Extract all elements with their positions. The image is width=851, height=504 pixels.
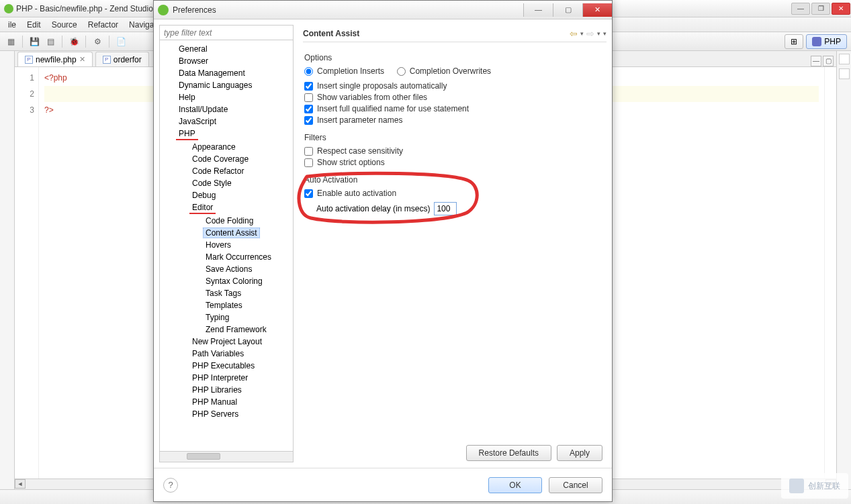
tree-debug[interactable]: Debug (189, 190, 218, 201)
tree-syntax-coloring[interactable]: Syntax Coloring (203, 276, 265, 287)
back-dropdown-icon[interactable]: ▾ (580, 30, 584, 37)
minimize-view-icon[interactable]: — (811, 56, 821, 66)
tree-typing[interactable]: Typing (203, 312, 232, 323)
ide-minimize-button[interactable]: — (791, 3, 810, 15)
php-perspective-button[interactable]: PHP (806, 34, 847, 49)
tree-code-coverage[interactable]: Code Coverage (189, 154, 251, 164)
insert-single-checkbox[interactable] (304, 82, 313, 91)
dialog-footer: ? OK Cancel (154, 468, 612, 501)
ok-button[interactable]: OK (488, 477, 542, 493)
tool2-icon[interactable]: 📄 (114, 35, 128, 48)
open-perspective-button[interactable]: ⊞ (785, 34, 803, 49)
dialog-close-button[interactable]: ✕ (582, 3, 612, 17)
tool-icon[interactable]: ⚙ (91, 35, 104, 48)
watermark-logo-icon (789, 478, 804, 493)
show-strict-checkbox[interactable] (304, 158, 313, 167)
enable-auto-label: Enable auto activation (317, 189, 396, 198)
preferences-tree[interactable]: General Browser Data Management Dynamic … (160, 40, 293, 451)
tree-scrollbar[interactable] (160, 451, 293, 462)
tab-label: newfile.php (36, 55, 77, 64)
apply-button[interactable]: Apply (557, 445, 602, 461)
completion-overwrites-radio[interactable] (397, 67, 406, 76)
tree-task-tags[interactable]: Task Tags (203, 288, 244, 299)
menu-edit[interactable]: Edit (21, 20, 46, 30)
tree-general[interactable]: General (176, 44, 210, 54)
insert-params-checkbox[interactable] (304, 116, 313, 125)
tree-dynamic-languages[interactable]: Dynamic Languages (176, 80, 255, 91)
tree-code-folding[interactable]: Code Folding (203, 215, 256, 226)
close-tab-icon[interactable]: ✕ (79, 55, 85, 64)
tree-install-update[interactable]: Install/Update (176, 104, 230, 115)
tree-help[interactable]: Help (176, 92, 198, 103)
forward-icon[interactable]: ⇨ (586, 28, 594, 39)
outline-icon[interactable] (839, 54, 850, 64)
view-icon[interactable] (839, 68, 850, 79)
debug-icon[interactable]: 🐞 (67, 35, 81, 48)
options-label: Options (304, 53, 605, 62)
insert-fqn-checkbox[interactable] (304, 105, 313, 113)
tree-data-management[interactable]: Data Management (176, 68, 248, 79)
editor-tab-orderfor[interactable]: P orderfor (95, 52, 149, 66)
tree-browser[interactable]: Browser (176, 56, 211, 66)
help-icon[interactable]: ? (163, 478, 178, 493)
tree-javascript[interactable]: JavaScript (176, 116, 219, 127)
tree-content-assist[interactable]: Content Assist (203, 228, 260, 238)
save-icon[interactable]: 💾 (28, 35, 41, 48)
completion-inserts-label: Completion Inserts (317, 66, 384, 76)
editor-tab-newfile[interactable]: P newfile.php ✕ (17, 52, 93, 66)
code-line: ?> (44, 105, 54, 115)
tree-php-servers[interactable]: PHP Servers (189, 409, 241, 419)
dialog-minimize-button[interactable]: — (523, 3, 553, 17)
filters-label: Filters (304, 133, 605, 142)
back-icon[interactable]: ⇦ (570, 28, 578, 39)
dialog-maximize-button[interactable]: ▢ (553, 3, 582, 17)
tree-editor[interactable]: Editor (189, 202, 216, 214)
tree-php-manual[interactable]: PHP Manual (189, 397, 240, 407)
show-variables-checkbox[interactable] (304, 93, 313, 102)
page-content: Options Completion Inserts Completion Ov… (303, 49, 607, 462)
scroll-left-icon[interactable]: ◄ (15, 479, 26, 489)
preferences-page: Content Assist ⇦ ▾ ⇨ ▾ ▾ Options Complet… (294, 25, 607, 462)
enable-auto-checkbox[interactable] (304, 189, 313, 198)
show-strict-label: Show strict options (317, 158, 385, 167)
tree-code-refactor[interactable]: Code Refactor (189, 166, 247, 177)
ide-close-button[interactable]: ✕ (832, 3, 850, 15)
menu-source[interactable]: Source (46, 20, 83, 30)
tree-php-libraries[interactable]: PHP Libraries (189, 385, 244, 395)
ide-maximize-button[interactable]: ❐ (811, 3, 830, 15)
tree-php-executables[interactable]: PHP Executables (189, 360, 257, 371)
save-all-icon[interactable]: ▤ (44, 35, 57, 48)
cancel-button[interactable]: Cancel (549, 477, 602, 493)
tree-path-variables[interactable]: Path Variables (189, 348, 247, 359)
tree-templates[interactable]: Templates (203, 300, 245, 311)
tree-php-interpreter[interactable]: PHP Interpreter (189, 372, 251, 383)
auto-activation-label: Auto Activation (304, 175, 605, 185)
maximize-view-icon[interactable]: ▢ (823, 56, 834, 66)
delay-input[interactable] (434, 202, 457, 215)
preferences-sidebar: General Browser Data Management Dynamic … (159, 25, 294, 462)
insert-fqn-label: Insert full qualified name for use state… (317, 104, 469, 113)
new-icon[interactable]: ▦ (4, 35, 17, 48)
forward-dropdown-icon[interactable]: ▾ (597, 30, 600, 37)
filter-input[interactable] (160, 26, 293, 40)
tree-appearance[interactable]: Appearance (189, 142, 238, 152)
menu-refactor[interactable]: Refactor (83, 20, 124, 30)
ide-left-gutter (0, 51, 15, 489)
restore-defaults-button[interactable]: Restore Defaults (466, 445, 551, 461)
tree-php[interactable]: PHP (176, 128, 198, 140)
tree-hovers[interactable]: Hovers (203, 240, 234, 250)
menu-file[interactable]: ile (3, 20, 21, 30)
tree-new-project-layout[interactable]: New Project Layout (189, 336, 265, 347)
code-line: <?php (44, 73, 67, 83)
separator (62, 36, 62, 48)
respect-case-checkbox[interactable] (304, 147, 313, 156)
page-header: Content Assist ⇦ ▾ ⇨ ▾ ▾ (303, 25, 607, 42)
tree-zend-framework[interactable]: Zend Framework (203, 324, 269, 335)
tree-code-style[interactable]: Code Style (189, 178, 234, 189)
tree-save-actions[interactable]: Save Actions (203, 264, 255, 274)
completion-inserts-radio[interactable] (304, 67, 313, 76)
menu-dropdown-icon[interactable]: ▾ (603, 30, 607, 37)
tree-mark-occurrences[interactable]: Mark Occurrences (203, 252, 274, 262)
line-numbers: 123 (15, 67, 39, 478)
show-variables-label: Show variables from other files (317, 93, 427, 102)
